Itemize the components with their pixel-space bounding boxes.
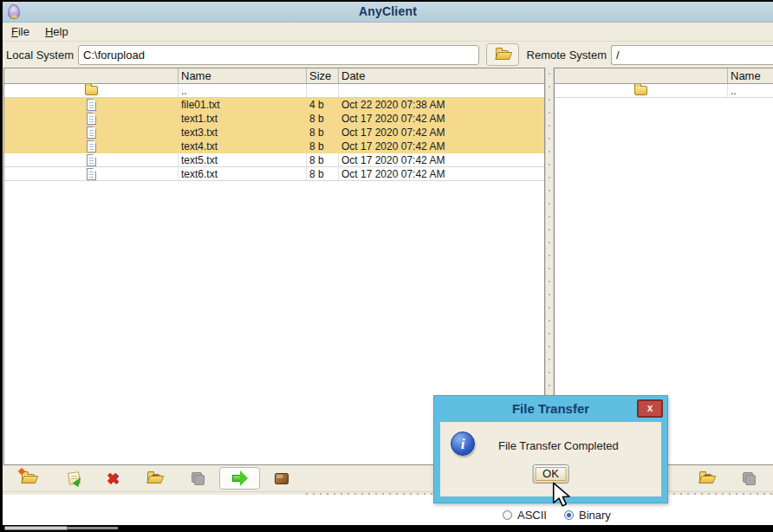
title-bar: AnyClient [3,2,773,23]
remote-change-folder-button[interactable] [696,469,715,488]
dialog-message: File Transfer Completed [498,439,619,452]
taskbar-fragment [68,527,118,529]
delete-button[interactable]: ✖ [103,469,122,488]
date-column-header[interactable]: Date [339,68,544,83]
remote-table-header: Name [555,68,773,84]
dialog-close-button[interactable]: x [637,399,663,418]
taskbar-fragment [4,526,68,530]
browse-local-button[interactable] [486,43,518,66]
ascii-radio[interactable] [503,510,512,520]
name-column-header[interactable]: Name [179,68,307,83]
table-row-parent-dir[interactable]: .. [555,84,773,98]
binary-label: Binary [579,509,611,522]
file-icon [87,140,96,152]
table-row[interactable]: text5.txt 8 b Oct 17 2020 07:42 AM [4,153,544,167]
file-icon [87,154,96,166]
transfer-button[interactable] [219,467,260,490]
menu-file[interactable]: File [11,25,29,38]
icon-column-header[interactable] [555,68,728,83]
file-transfer-dialog: File Transfer x i File Transfer Complete… [433,395,668,503]
dialog-title: File Transfer [434,396,667,422]
local-system-label: Local System [6,49,74,62]
remote-path-input[interactable] [611,45,773,65]
table-row[interactable]: text1.txt 8 b Oct 17 2020 07:42 AM [4,112,544,126]
file-icon [87,168,96,180]
file-icon [87,99,96,111]
local-table-header: Name Size Date [4,68,544,84]
dialog-content: i File Transfer Completed OK [440,422,661,496]
copy-icon [192,472,204,484]
window-title: AnyClient [3,4,773,18]
table-row[interactable]: file01.txt 4 b Oct 22 2020 07:38 AM [4,98,544,112]
change-folder-button[interactable] [144,469,163,488]
file-icon [87,113,96,125]
size-column-header[interactable]: Size [307,68,339,83]
folder-icon [496,50,509,60]
menu-help[interactable]: Help [45,25,68,38]
binary-radio[interactable] [564,510,574,520]
rename-icon [68,471,81,485]
table-row[interactable]: text6.txt 8 b Oct 17 2020 07:42 AM [4,167,544,181]
archive-button[interactable] [272,469,291,488]
table-row[interactable]: text4.txt 8 b Oct 17 2020 07:42 AM [4,139,544,153]
copy-icon [743,472,755,484]
mouse-cursor [552,482,571,508]
path-row: Local System Remote System [3,42,773,68]
new-folder-button[interactable] [18,469,37,488]
remote-system-label: Remote System [527,49,607,62]
name-column-header[interactable]: Name [728,68,773,83]
transfer-mode-group: ASCII Binary [503,509,623,522]
folder-icon [634,86,647,95]
folder-arrow-icon [699,474,712,483]
ok-button[interactable]: OK [532,464,569,483]
new-folder-icon [22,474,35,483]
package-icon [275,473,289,484]
transfer-arrow-icon [232,475,240,482]
folder-icon [85,86,98,95]
table-row-parent-dir[interactable]: .. [4,84,544,98]
copy-button[interactable] [188,469,207,488]
delete-icon: ✖ [107,471,119,486]
remote-copy-button[interactable] [739,469,758,488]
file-icon [87,127,96,139]
menu-bar: File Help [3,23,773,42]
ascii-label: ASCII [517,509,547,522]
table-row[interactable]: text3.txt 8 b Oct 17 2020 07:42 AM [4,126,544,139]
local-path-input[interactable] [78,45,479,65]
rename-button[interactable] [64,469,83,488]
info-icon: i [451,431,475,456]
icon-column-header[interactable] [4,68,179,83]
folder-arrow-icon [147,474,160,483]
